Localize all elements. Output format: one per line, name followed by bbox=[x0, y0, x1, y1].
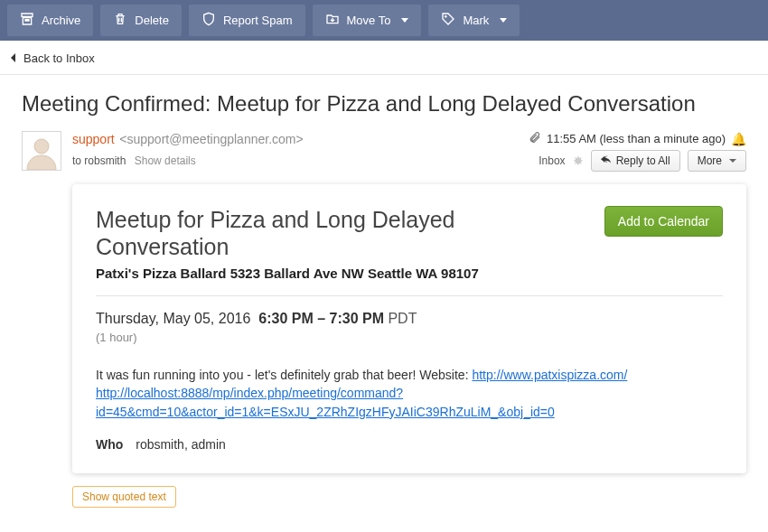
more-label: More bbox=[698, 154, 722, 167]
back-label: Back to Inbox bbox=[23, 51, 95, 65]
mark-button[interactable]: Mark bbox=[428, 5, 520, 36]
chevron-down-icon bbox=[500, 18, 507, 23]
archive-icon bbox=[20, 12, 34, 29]
delete-label: Delete bbox=[135, 14, 169, 27]
show-quoted-text-button[interactable]: Show quoted text bbox=[72, 486, 176, 508]
message-header: support <support@meetingplanner.com> 11:… bbox=[22, 122, 746, 172]
event-body: It was fun running into you - let's defi… bbox=[96, 366, 723, 421]
move-icon bbox=[325, 12, 340, 29]
event-datetime: Thursday, May 05, 2016 6:30 PM – 7:30 PM… bbox=[96, 311, 723, 327]
archive-button[interactable]: Archive bbox=[7, 5, 93, 36]
move-to-button[interactable]: Move To bbox=[313, 5, 422, 36]
event-duration: (1 hour) bbox=[96, 331, 723, 344]
folder-tag: Inbox bbox=[539, 154, 565, 167]
event-who: Who robsmith, admin bbox=[96, 437, 723, 452]
avatar bbox=[22, 131, 61, 171]
trash-icon bbox=[113, 12, 127, 29]
shield-icon bbox=[201, 12, 216, 29]
reply-all-icon bbox=[601, 154, 612, 167]
add-to-calendar-button[interactable]: Add to Calendar bbox=[604, 206, 723, 237]
mark-label: Mark bbox=[463, 14, 489, 27]
tag-icon bbox=[441, 12, 455, 29]
report-spam-label: Report Spam bbox=[223, 14, 293, 27]
chevron-down-icon bbox=[729, 159, 736, 163]
attachment-icon bbox=[529, 131, 541, 146]
event-link-2[interactable]: http://localhost:8888/mp/index.php/meeti… bbox=[96, 386, 555, 418]
sender-name: support bbox=[72, 132, 115, 146]
svg-point-1 bbox=[34, 139, 49, 154]
divider bbox=[96, 295, 723, 296]
move-to-label: Move To bbox=[347, 14, 391, 27]
reply-all-button[interactable]: Reply to All bbox=[591, 150, 680, 172]
event-link-1[interactable]: http://www.patxispizza.com/ bbox=[472, 368, 627, 382]
show-details-link[interactable]: Show details bbox=[135, 154, 196, 167]
star-icon[interactable]: ✸ bbox=[573, 154, 584, 168]
event-title: Meetup for Pizza and Long Delayed Conver… bbox=[96, 206, 590, 260]
archive-label: Archive bbox=[42, 14, 80, 27]
bell-icon: 🔔 bbox=[731, 132, 746, 146]
back-arrow-icon bbox=[9, 51, 18, 65]
top-toolbar: Archive Delete Report Spam Move To Mark bbox=[0, 0, 768, 41]
report-spam-button[interactable]: Report Spam bbox=[189, 5, 305, 36]
more-button[interactable]: More bbox=[688, 150, 746, 172]
delete-button[interactable]: Delete bbox=[100, 5, 182, 36]
event-card: Meetup for Pizza and Long Delayed Conver… bbox=[72, 184, 746, 473]
sender-block: support <support@meetingplanner.com> bbox=[72, 132, 304, 146]
svg-point-0 bbox=[445, 15, 447, 17]
timestamp: 11:55 AM (less than a minute ago) bbox=[547, 132, 726, 145]
email-subject: Meeting Confirmed: Meetup for Pizza and … bbox=[0, 75, 768, 122]
reply-all-label: Reply to All bbox=[616, 154, 670, 167]
event-location: Patxi's Pizza Ballard 5323 Ballard Ave N… bbox=[96, 266, 590, 281]
sender-address: <support@meetingplanner.com> bbox=[119, 132, 303, 146]
chevron-down-icon bbox=[401, 18, 408, 23]
recipient-line: to robsmith Show details bbox=[72, 154, 196, 167]
back-to-inbox-link[interactable]: Back to Inbox bbox=[0, 41, 768, 75]
